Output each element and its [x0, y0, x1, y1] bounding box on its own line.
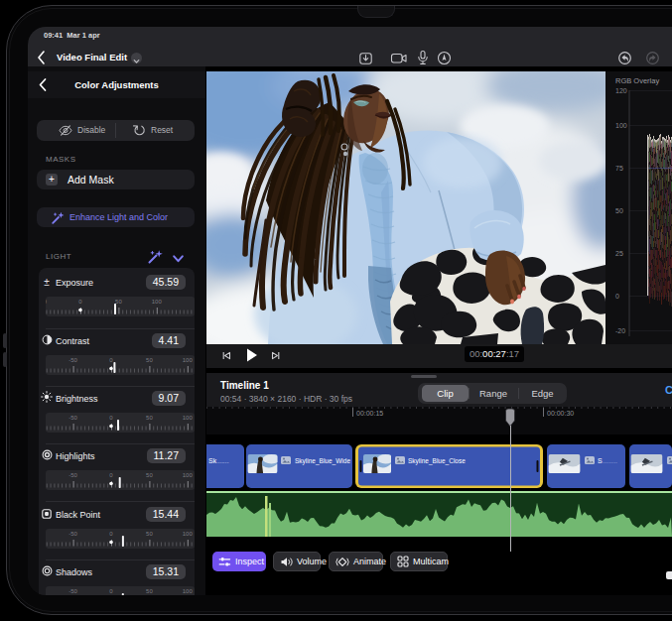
svg-text:-50: -50 [68, 357, 77, 363]
svg-text:50: 50 [146, 415, 153, 421]
svg-text:.........: ......... [603, 458, 617, 464]
svg-text:120: 120 [615, 87, 627, 94]
svg-text:00:00:30: 00:00:30 [547, 410, 574, 417]
svg-text:00:00:15: 00:00:15 [356, 410, 383, 417]
svg-text:100: 100 [183, 531, 194, 537]
svg-text:50: 50 [146, 588, 153, 594]
svg-text:100: 100 [183, 472, 194, 478]
svg-text:......: ...... [217, 457, 229, 464]
svg-text:75: 75 [615, 165, 623, 172]
svg-text:50: 50 [615, 207, 623, 214]
svg-text:0: 0 [615, 293, 619, 300]
svg-text:50: 50 [115, 299, 122, 305]
svg-text:0: 0 [109, 472, 113, 478]
svg-text:50: 50 [146, 357, 153, 363]
svg-text:-50: -50 [68, 531, 77, 537]
svg-text:50: 50 [146, 531, 153, 537]
svg-text:-50: -50 [68, 588, 77, 594]
svg-text:0: 0 [109, 588, 113, 594]
svg-text:Skyline_Blue_Close: Skyline_Blue_Close [408, 457, 466, 465]
svg-text:-50: -50 [68, 415, 77, 421]
svg-text:0: 0 [78, 299, 82, 305]
svg-text:-50: -50 [68, 472, 77, 478]
svg-text:100: 100 [615, 122, 627, 129]
svg-text:0: 0 [109, 357, 113, 363]
svg-text:-50: -50 [46, 299, 48, 305]
svg-text:-20: -20 [615, 327, 625, 334]
svg-text:RGB Overlay: RGB Overlay [615, 76, 659, 85]
svg-text:Skyline_Blue_Wide: Skyline_Blue_Wide [295, 457, 350, 465]
svg-text:100: 100 [183, 588, 194, 594]
svg-text:50: 50 [146, 472, 153, 478]
svg-text:0: 0 [109, 531, 113, 537]
svg-text:Sk: Sk [208, 457, 217, 464]
svg-text:100: 100 [152, 299, 163, 305]
svg-text:25: 25 [615, 250, 623, 257]
svg-text:0: 0 [109, 415, 113, 421]
svg-text:100: 100 [183, 357, 194, 363]
svg-text:100: 100 [183, 415, 194, 421]
